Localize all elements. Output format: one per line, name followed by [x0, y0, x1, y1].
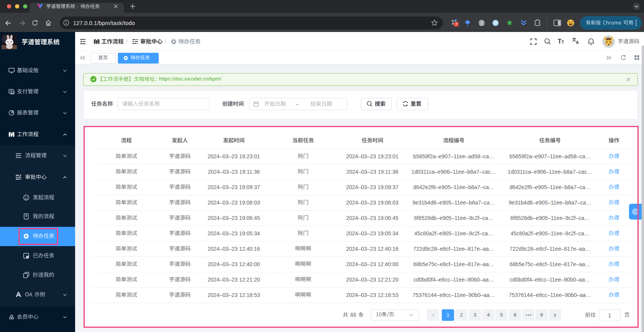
- svg-text:7: 7: [455, 22, 457, 26]
